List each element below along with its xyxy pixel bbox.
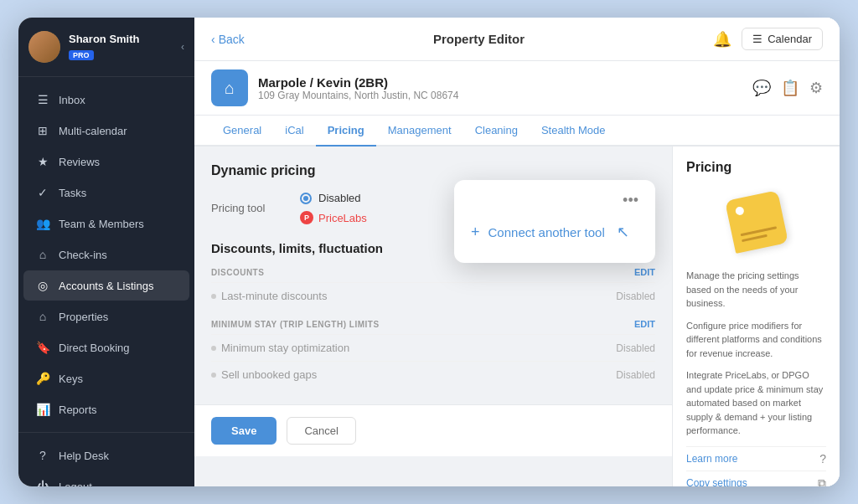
radio-pricelabs[interactable]: P PriceLabs bbox=[300, 211, 367, 224]
gaps-name: Sell unbooked gaps bbox=[211, 368, 317, 381]
gaps-status: Disabled bbox=[616, 369, 655, 381]
radio-group: Disabled P PriceLabs bbox=[300, 192, 367, 224]
sidebar-item-label: Direct Booking bbox=[59, 342, 130, 354]
action-bar: Save Cancel bbox=[194, 404, 672, 456]
sidebar-item-direct-booking[interactable]: 🔖 Direct Booking bbox=[23, 332, 189, 363]
min-stay-item-gaps: Sell unbooked gaps Disabled bbox=[211, 361, 655, 388]
sidebar-item-keys[interactable]: 🔑 Keys bbox=[23, 363, 189, 393]
sidebar-item-label: Check-ins bbox=[59, 249, 107, 261]
discounts-edit-button[interactable]: EDIT bbox=[634, 267, 655, 277]
tag-hole bbox=[734, 206, 744, 216]
inbox-icon: ☰ bbox=[35, 92, 50, 107]
sidebar-item-reports[interactable]: 📊 Reports bbox=[23, 394, 189, 424]
team-icon: 👥 bbox=[35, 216, 50, 231]
right-panel-desc-3: Integrate PriceLabs, or DPGO and update … bbox=[686, 368, 826, 438]
sidebar-item-label: Logout bbox=[59, 481, 92, 487]
topbar: ‹ Back Property Editor 🔔 ☰ Calendar bbox=[194, 18, 840, 61]
pricelabs-label: PriceLabs bbox=[318, 212, 367, 224]
sidebar-item-logout[interactable]: ⏻ Logout bbox=[23, 471, 189, 486]
sidebar-item-inbox[interactable]: ☰ Inbox bbox=[23, 85, 189, 115]
discounts-col-label: DISCOUNTS bbox=[211, 268, 264, 277]
plus-icon: + bbox=[471, 224, 480, 241]
pricelabs-logo: P PriceLabs bbox=[300, 211, 367, 224]
sidebar-item-label: Tasks bbox=[59, 187, 86, 199]
help-icon: ? bbox=[35, 448, 50, 463]
sidebar-item-label: Keys bbox=[59, 373, 83, 385]
page-title: Property Editor bbox=[245, 32, 713, 46]
radio-dot-disabled bbox=[300, 193, 312, 204]
tab-cleaning[interactable]: Cleaning bbox=[463, 116, 530, 147]
content-area: Dynamic pricing Pricing tool Disabled P … bbox=[194, 147, 840, 486]
sidebar-item-accounts-listings[interactable]: ◎ Accounts & Listings bbox=[23, 270, 189, 301]
cancel-button[interactable]: Cancel bbox=[287, 417, 355, 445]
min-stay-name: Minimum stay optimization bbox=[211, 342, 349, 354]
sidebar-item-multi-calendar[interactable]: ⊞ Multi-calendar bbox=[23, 116, 189, 146]
discount-status: Disabled bbox=[616, 291, 655, 302]
pro-badge: PRO bbox=[69, 50, 94, 60]
middle-panel: Dynamic pricing Pricing tool Disabled P … bbox=[194, 147, 672, 486]
sidebar-item-label: Multi-calendar bbox=[59, 125, 127, 137]
sidebar-item-properties[interactable]: ⌂ Properties bbox=[23, 301, 189, 332]
copy-settings-link[interactable]: Copy settings ⧉ bbox=[686, 471, 826, 487]
reports-icon: 📊 bbox=[35, 402, 50, 417]
pricelabs-icon: P bbox=[300, 211, 313, 224]
tag-icon-container bbox=[723, 188, 790, 255]
tab-management[interactable]: Management bbox=[376, 116, 463, 147]
property-actions: 💬 📋 ⚙ bbox=[752, 79, 823, 97]
save-button[interactable]: Save bbox=[211, 417, 277, 445]
pricing-illustration bbox=[686, 188, 826, 255]
property-icon: ⌂ bbox=[211, 69, 248, 106]
sidebar-item-reviews[interactable]: ★ Reviews bbox=[23, 147, 189, 177]
right-panel-desc-1: Manage the pricing settings based on the… bbox=[686, 269, 826, 311]
calendar-icon: ⊞ bbox=[35, 123, 50, 138]
sidebar-nav: ☰ Inbox ⊞ Multi-calendar ★ Reviews ✓ Tas… bbox=[18, 77, 194, 432]
property-address: 109 Gray Mountains, North Justin, NC 086… bbox=[258, 90, 752, 101]
discount-name: Last-minute discounts bbox=[211, 290, 327, 302]
connect-tool-popup: ••• + Connect another tool ↖ bbox=[454, 180, 655, 263]
sidebar-item-tasks[interactable]: ✓ Tasks bbox=[23, 177, 189, 208]
collapse-button[interactable]: ‹ bbox=[181, 41, 184, 53]
calendar-label: Calendar bbox=[768, 33, 812, 45]
discount-item-last-minute: Last-minute discounts Disabled bbox=[211, 282, 655, 309]
learn-more-link[interactable]: Learn more ? bbox=[686, 446, 826, 471]
discounts-header-row: DISCOUNTS EDIT bbox=[211, 267, 655, 277]
right-panel-desc-2: Configure price modifiers for different … bbox=[686, 319, 826, 361]
topbar-actions: 🔔 ☰ Calendar bbox=[713, 28, 823, 50]
back-button[interactable]: ‹ Back bbox=[211, 33, 245, 46]
radio-disabled[interactable]: Disabled bbox=[300, 192, 367, 204]
pricing-tool-label: Pricing tool bbox=[211, 202, 287, 214]
sidebar: Sharon Smith PRO ‹ ☰ Inbox ⊞ Multi-calen… bbox=[18, 18, 194, 486]
connect-another-tool-button[interactable]: + Connect another tool ↖ bbox=[471, 218, 638, 246]
back-label: Back bbox=[219, 33, 245, 46]
discount-dot-icon bbox=[211, 294, 216, 299]
tab-ical[interactable]: iCal bbox=[273, 116, 315, 147]
min-stay-dot-icon bbox=[211, 346, 216, 351]
popup-more-options[interactable]: ••• bbox=[471, 192, 638, 209]
message-icon[interactable]: 💬 bbox=[752, 79, 771, 97]
sidebar-item-help-desk[interactable]: ? Help Desk bbox=[23, 440, 189, 471]
back-chevron-icon: ‹ bbox=[211, 33, 215, 46]
sidebar-item-team-members[interactable]: 👥 Team & Members bbox=[23, 208, 189, 239]
min-stay-edit-button[interactable]: EDIT bbox=[634, 319, 655, 329]
tag-lines bbox=[740, 226, 778, 242]
avatar bbox=[28, 31, 60, 63]
edit-icon[interactable]: 📋 bbox=[781, 79, 799, 97]
accounts-icon: ◎ bbox=[35, 278, 50, 293]
dynamic-pricing-title: Dynamic pricing bbox=[211, 163, 655, 178]
calendar-icon: ☰ bbox=[752, 33, 762, 45]
tab-pricing[interactable]: Pricing bbox=[316, 116, 376, 147]
sidebar-item-check-ins[interactable]: ⌂ Check-ins bbox=[23, 239, 189, 270]
min-stay-header-row: MINIMUM STAY (TRIP LENGTH) LIMITS EDIT bbox=[211, 319, 655, 329]
user-info: Sharon Smith PRO bbox=[69, 33, 178, 61]
main-content: ‹ Back Property Editor 🔔 ☰ Calendar ⌂ Ma… bbox=[194, 18, 840, 486]
question-circle-icon: ? bbox=[819, 452, 826, 465]
settings-icon[interactable]: ⚙ bbox=[809, 79, 823, 97]
tab-general[interactable]: General bbox=[211, 116, 273, 147]
calendar-button[interactable]: ☰ Calendar bbox=[742, 28, 823, 50]
property-name: Marpole / Kevin (2BR) bbox=[258, 75, 752, 90]
tab-stealth-mode[interactable]: Stealth Mode bbox=[530, 116, 618, 147]
gaps-dot-icon bbox=[211, 373, 216, 378]
sidebar-item-label: Reports bbox=[59, 404, 97, 416]
notifications-bell-icon[interactable]: 🔔 bbox=[713, 30, 731, 49]
copy-settings-label: Copy settings bbox=[686, 477, 747, 486]
